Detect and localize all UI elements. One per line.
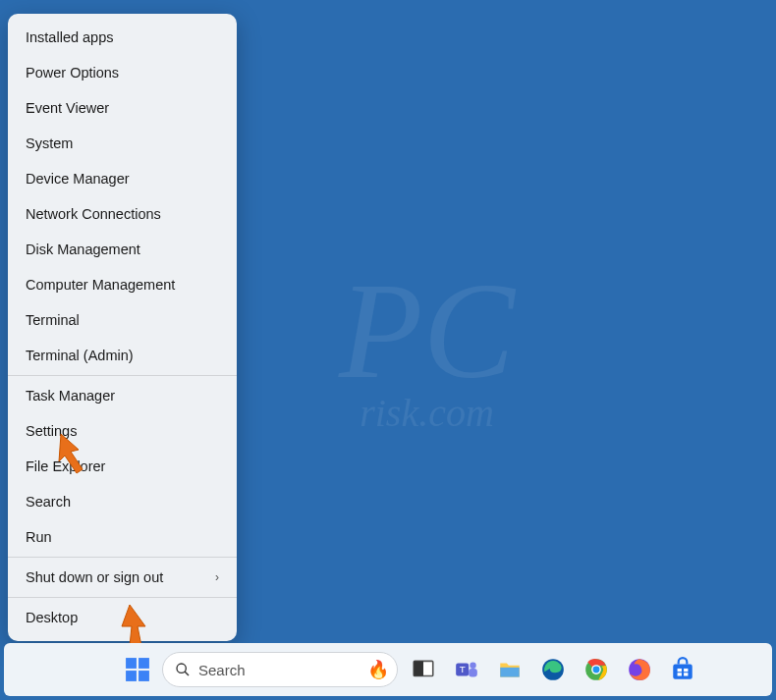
menu-divider [8,557,237,558]
menu-item-label: Computer Management [26,277,175,293]
menu-item-installed-apps[interactable]: Installed apps [8,20,237,55]
firefox-icon [627,657,652,682]
svg-rect-3 [139,658,149,669]
svg-rect-23 [678,673,682,675]
winx-context-menu[interactable]: Installed appsPower OptionsEvent ViewerS… [8,14,237,641]
svg-rect-2 [126,658,137,669]
taskbar-search[interactable]: Search 🔥 [162,652,398,687]
teams-icon: T [454,657,479,682]
chrome-icon [583,657,609,682]
menu-item-computer-management[interactable]: Computer Management [8,267,237,302]
menu-item-device-manager[interactable]: Device Manager [8,161,237,196]
taskbar: Search 🔥 T [4,643,772,696]
watermark: PC risk.com [339,271,515,429]
store-icon [670,657,695,682]
svg-rect-22 [684,669,688,672]
search-placeholder: Search [198,662,246,678]
edge-icon [540,657,566,682]
svg-marker-0 [59,434,83,473]
store-button[interactable] [665,652,700,687]
svg-marker-1 [122,605,145,646]
svg-rect-24 [684,673,688,675]
search-highlight-icon: 🔥 [367,659,389,680]
menu-item-power-options[interactable]: Power Options [8,55,237,90]
menu-item-label: Installed apps [26,29,113,45]
menu-item-shut-down-or-sign-out[interactable]: Shut down or sign out› [8,560,237,595]
svg-point-12 [470,662,476,669]
chevron-right-icon: › [215,570,219,584]
svg-rect-5 [139,671,149,681]
menu-divider [8,597,237,598]
menu-item-label: Event Viewer [26,100,109,116]
annotation-arrow-settings [49,430,94,475]
menu-item-label: System [26,135,73,151]
task-view-button[interactable] [406,652,441,687]
svg-text:T: T [460,664,466,674]
svg-line-7 [185,672,189,675]
svg-rect-4 [126,671,137,681]
menu-item-label: Shut down or sign out [26,569,163,585]
teams-button[interactable]: T [449,652,484,687]
edge-button[interactable] [535,652,571,687]
menu-item-terminal-admin-[interactable]: Terminal (Admin) [8,338,237,373]
file-explorer-icon [497,657,523,682]
menu-item-label: Network Connections [26,206,161,222]
menu-item-label: Terminal (Admin) [26,348,134,363]
menu-item-run[interactable]: Run [8,519,237,555]
menu-divider [8,375,237,376]
menu-item-label: Task Manager [26,388,115,404]
start-button[interactable] [121,653,154,686]
menu-item-label: Search [26,494,71,510]
menu-item-label: Power Options [26,65,119,81]
file-explorer-button[interactable] [492,652,527,687]
watermark-line1: PC [339,253,515,405]
windows-logo-icon [125,657,150,682]
search-icon [175,662,191,677]
chrome-button[interactable] [579,652,614,687]
annotation-arrow-start [112,603,157,648]
svg-point-18 [593,667,600,673]
svg-rect-9 [414,661,423,675]
watermark-line2: risk.com [339,396,515,429]
svg-rect-14 [500,668,520,677]
menu-item-label: Disk Management [26,242,140,257]
menu-item-label: Run [26,529,52,545]
svg-rect-13 [469,669,477,677]
menu-item-disk-management[interactable]: Disk Management [8,232,237,267]
svg-rect-20 [673,665,693,679]
task-view-icon [411,657,436,682]
menu-item-search[interactable]: Search [8,484,237,519]
svg-point-6 [177,664,186,673]
menu-item-event-viewer[interactable]: Event Viewer [8,90,237,126]
svg-rect-21 [678,669,682,672]
menu-item-system[interactable]: System [8,126,237,161]
menu-item-terminal[interactable]: Terminal [8,302,237,338]
menu-item-task-manager[interactable]: Task Manager [8,378,237,413]
menu-item-settings[interactable]: Settings [8,413,237,449]
menu-item-file-explorer[interactable]: File Explorer [8,449,237,484]
menu-item-network-connections[interactable]: Network Connections [8,196,237,232]
menu-item-label: Terminal [26,312,80,328]
firefox-button[interactable] [622,652,657,687]
menu-item-label: Desktop [26,610,78,625]
menu-item-label: Device Manager [26,171,130,187]
